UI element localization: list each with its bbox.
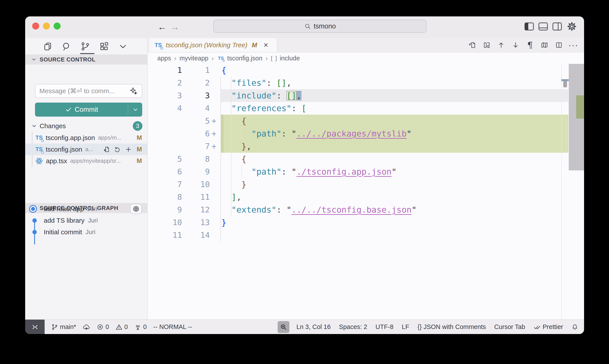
cloud-upload-icon	[83, 323, 90, 331]
react-icon	[35, 157, 43, 165]
code-line[interactable]: 5+ {	[148, 115, 584, 127]
code-text: "references": [	[221, 102, 307, 115]
modified-badge: M	[137, 157, 142, 165]
prev-change-icon[interactable]	[496, 40, 506, 50]
whitespace-icon[interactable]: ¶	[525, 40, 535, 50]
code-line[interactable]: 811 ],	[148, 191, 584, 203]
old-line-number: 5	[148, 153, 182, 165]
settings-gear-icon[interactable]	[567, 21, 577, 32]
commit-graph: add react appJuriadd TS libraryJuriIniti…	[25, 203, 147, 238]
navigate-back-button[interactable]: ←	[156, 20, 168, 33]
search-view-icon[interactable]	[62, 41, 72, 52]
code-line[interactable]: 33 "include": [],	[148, 89, 584, 102]
zoom-window-button[interactable]	[54, 23, 61, 29]
section-title: SOURCE CONTROL	[39, 56, 95, 63]
commit-button[interactable]: Commit	[35, 103, 142, 117]
file-name: tsconfig.app.json	[46, 134, 95, 142]
changed-file-row[interactable]: app.tsxapps/myviteapp/sr...M	[25, 155, 147, 167]
map-view-icon[interactable]	[539, 40, 549, 50]
stage-icon[interactable]	[125, 146, 132, 153]
open-changes-icon[interactable]	[467, 40, 477, 50]
status-item[interactable]	[571, 324, 578, 331]
code-line[interactable]: 1013}	[148, 216, 584, 229]
close-tab-icon[interactable]: ×	[264, 40, 268, 50]
navigate-forward-button[interactable]: →	[169, 20, 181, 33]
minimize-window-button[interactable]	[43, 23, 50, 29]
tab-tsconfig-working-tree[interactable]: TS tsconfig.json (Working Tree) M ×	[149, 38, 277, 52]
code-text: "path": "../../packages/mytslib"	[221, 127, 412, 140]
toggle-primary-sidebar-icon[interactable]	[525, 23, 534, 30]
commit-dropdown-button[interactable]	[129, 103, 142, 117]
status-item[interactable]: 0	[116, 323, 128, 331]
next-change-icon[interactable]	[511, 40, 521, 50]
code-line[interactable]: 44 "references": [	[148, 102, 584, 115]
breadcrumb-item[interactable]: apps	[157, 55, 171, 62]
status-item[interactable]: UTF-8	[376, 323, 393, 331]
compare-editor-icon[interactable]	[482, 40, 492, 50]
status-item[interactable]: Cursor Tab	[494, 323, 525, 331]
code-line[interactable]: 1114	[148, 229, 584, 242]
new-line-number: 14	[184, 229, 210, 242]
commit-author: Juri	[88, 217, 98, 224]
status-item[interactable]: Spaces: 2	[339, 323, 367, 331]
old-line-number: 1	[148, 64, 182, 77]
breadcrumb-item[interactable]: TStsconfig.json	[217, 54, 262, 62]
split-editor-icon[interactable]	[554, 40, 564, 50]
code-line[interactable]: 6+ "path": "../../packages/mytslib"	[148, 127, 584, 140]
changed-file-row[interactable]: TStsconfig.app.jsonapps/m...M	[25, 132, 147, 143]
status-item[interactable]: Ln 3, Col 16	[297, 323, 331, 331]
status-item-label: main*	[60, 323, 76, 331]
chevron-down-icon[interactable]	[118, 41, 128, 52]
code-line[interactable]: 11{	[148, 64, 584, 77]
goto-current-history-item-button[interactable]	[130, 204, 142, 214]
toggle-secondary-sidebar-icon[interactable]	[553, 23, 562, 30]
double-check-icon	[533, 323, 541, 331]
zoom-indicator[interactable]	[278, 321, 289, 333]
status-bar-right: Ln 3, Col 16Spaces: 2UTF-8LF{}JSON with …	[278, 320, 578, 334]
source-control-section-header[interactable]: SOURCE CONTROL	[25, 54, 147, 65]
tab-title: tsconfig.json (Working Tree)	[166, 41, 247, 49]
more-actions-icon[interactable]: ···	[568, 40, 578, 50]
extensions-icon[interactable]	[99, 41, 109, 52]
commit-row[interactable]: add react appJuri	[25, 203, 147, 215]
added-line-plus: +	[211, 127, 216, 140]
commit-row[interactable]: Initial commitJuri	[25, 226, 147, 238]
close-window-button[interactable]	[32, 23, 39, 29]
code-line[interactable]: 710 }	[148, 178, 584, 191]
status-item[interactable]: 0	[134, 323, 147, 331]
status-item[interactable]: Prettier	[533, 323, 563, 331]
code-line[interactable]: 69 "path": "./tsconfig.app.json"	[148, 165, 584, 178]
discard-icon[interactable]	[114, 146, 121, 153]
source-control-icon[interactable]	[80, 41, 90, 52]
status-item[interactable]: 0	[97, 323, 109, 331]
explorer-icon[interactable]	[43, 41, 53, 52]
new-line-number: 2	[184, 77, 210, 89]
code-line[interactable]: 58 {	[148, 153, 584, 165]
open-file-icon[interactable]	[103, 146, 110, 153]
status-item[interactable]	[83, 323, 90, 331]
code-text: {	[221, 153, 246, 165]
code-line[interactable]: 22 "files": [],	[148, 77, 584, 89]
head-commit-dot	[31, 207, 35, 211]
check-icon	[65, 106, 72, 113]
code-line[interactable]: 7+ },	[148, 140, 584, 153]
code-line[interactable]: 912 "extends": "../../tsconfig.base.json…	[148, 203, 584, 216]
breadcrumb-item[interactable]: [ ]include	[271, 55, 300, 62]
commit-row[interactable]: add TS libraryJuri	[25, 215, 147, 226]
status-item-label: LF	[402, 323, 409, 331]
chevron-down-icon	[31, 123, 37, 129]
changed-file-row[interactable]: TStsconfig.jsona...M	[25, 143, 147, 155]
status-item[interactable]: {}JSON with Comments	[418, 323, 486, 331]
sparkle-ai-icon[interactable]	[130, 87, 138, 95]
status-item[interactable]: LF	[402, 323, 409, 331]
diff-editor[interactable]: 11{22 "files": [],33 "include": [],44 "r…	[148, 64, 584, 319]
status-item[interactable]: main*	[51, 323, 76, 331]
toggle-panel-icon[interactable]	[539, 23, 548, 30]
remote-indicator[interactable]	[25, 320, 45, 334]
status-item[interactable]: -- NORMAL --	[153, 323, 192, 331]
command-center-search[interactable]: tsmono	[213, 20, 427, 33]
commit-message-input[interactable]: Message (⌘⏎ to comm...	[35, 84, 142, 98]
breadcrumb-item[interactable]: myviteapp	[180, 55, 208, 62]
changes-group-header[interactable]: Changes 3	[25, 120, 147, 131]
new-line-number: 7+	[184, 140, 210, 153]
